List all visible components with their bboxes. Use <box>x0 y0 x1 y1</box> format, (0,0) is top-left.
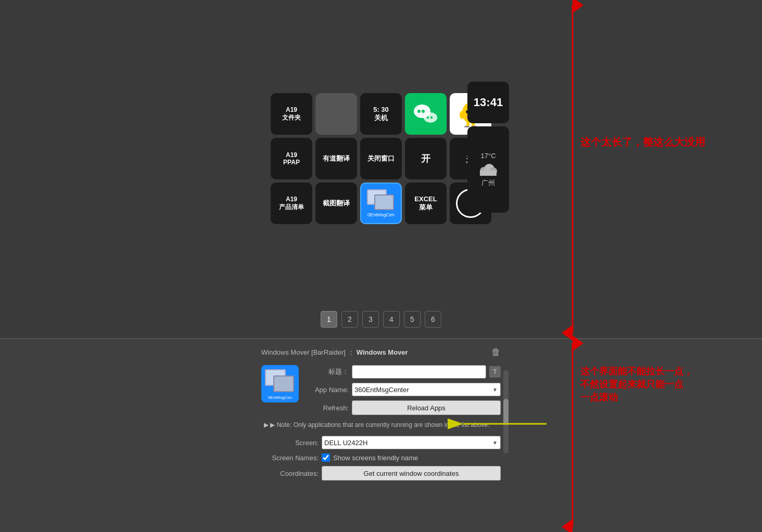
screen-names-label: Screen Names: <box>261 454 319 462</box>
svg-point-4 <box>427 116 429 119</box>
app-name-field-row: App Name: 360EntMsgCenter ▼ <box>307 383 501 396</box>
note-text: ▶ ▶ Note: Only applications that are cur… <box>264 420 501 430</box>
title-t-badge: T <box>489 366 501 378</box>
delete-icon[interactable]: 🗑 <box>491 347 501 358</box>
key-label: 关闭窗口 <box>367 154 395 163</box>
coordinates-label: Coordinates: <box>261 470 319 477</box>
key-label: 开 <box>421 152 430 165</box>
wechat-icon <box>412 100 440 128</box>
key-label: A19PPAP <box>283 151 300 166</box>
clock-key[interactable]: 13:41 <box>467 82 509 123</box>
svg-point-11 <box>460 111 465 119</box>
deck-key-open[interactable]: 开 <box>405 138 447 179</box>
key-label: 5: 30关机 <box>373 106 389 123</box>
title-field-row: 标题： T <box>307 365 501 379</box>
deck-key-excel-menu[interactable]: EXCEL菜单 <box>405 183 447 224</box>
deck-key-empty[interactable] <box>315 93 357 135</box>
deck-key-close-window[interactable]: 关闭窗口 <box>360 138 402 179</box>
screen-label: Screen: <box>261 439 319 447</box>
pagination: 1 2 3 4 5 6 <box>321 311 441 328</box>
deck-key-shutdown[interactable]: 5: 30关机 <box>360 93 402 135</box>
coordinates-field-row: Coordinates: Get current window coordina… <box>261 466 501 481</box>
screen-select[interactable]: DELL U2422H <box>322 436 501 449</box>
deck-key-screenshot-translate[interactable]: 截图翻译 <box>315 183 357 224</box>
app-name-select-wrapper: 360EntMsgCenter ▼ <box>352 383 501 396</box>
note-content: ▶ Note: Only applications that are curre… <box>270 421 489 429</box>
deck-key-wechat[interactable] <box>405 93 447 135</box>
weather-key[interactable]: 17°C 广州 <box>467 126 509 213</box>
plugin-name: Windows Mover [BarRaider] <box>261 348 346 356</box>
screen-names-checkbox[interactable] <box>322 453 330 462</box>
key-label: EXCEL菜单 <box>414 195 437 212</box>
bottom-section: Windows Mover [BarRaider] ： Windows Move… <box>0 339 762 532</box>
preview-window-back <box>265 368 295 394</box>
svg-point-5 <box>430 116 433 119</box>
screen-names-field-row: Screen Names: Show screens friendly name <box>261 453 501 462</box>
title-input[interactable] <box>352 365 486 379</box>
get-coordinates-button[interactable]: Get current window coordinates <box>322 466 501 481</box>
deck-key-windows-mover[interactable]: 0EntMsgCen <box>360 183 402 224</box>
weather-temp: 17°C <box>480 152 496 160</box>
key-label: 有道翻译 <box>323 154 350 163</box>
page-btn-2[interactable]: 2 <box>341 311 358 328</box>
windows-mover-icon <box>367 189 395 211</box>
svg-point-1 <box>417 110 421 113</box>
svg-rect-20 <box>480 171 497 176</box>
settings-content: 0EntMsgCen 标题： T App Name: <box>261 365 501 415</box>
deck-key-a19-folder[interactable]: A19 文件夹 <box>271 93 312 135</box>
deck-key-a19-ppap[interactable]: A19PPAP <box>271 138 312 179</box>
scroll-track[interactable] <box>503 370 509 453</box>
title-label: 标题： <box>307 367 349 377</box>
settings-header-left: Windows Mover [BarRaider] ： Windows Move… <box>261 348 408 357</box>
screen-field-row: Screen: DELL U2422H ▼ <box>261 436 501 449</box>
note-arrow: ▶ <box>264 421 270 429</box>
key-label: A19 文件夹 <box>282 106 301 122</box>
weather-city: 广州 <box>481 178 495 188</box>
deck-key-youdao[interactable]: 有道翻译 <box>315 138 357 179</box>
weather-cloud-icon <box>478 162 499 176</box>
app-container: A19 文件夹 5: 30关机 <box>0 0 762 532</box>
settings-panel: Windows Mover [BarRaider] ： Windows Move… <box>261 347 501 524</box>
app-name-select[interactable]: 360EntMsgCenter <box>352 383 501 396</box>
screen-names-value: Show screens friendly name <box>333 454 418 462</box>
page-btn-3[interactable]: 3 <box>362 311 379 328</box>
clock-time: 13:41 <box>474 96 503 109</box>
reload-apps-button[interactable]: Reload Apps <box>352 400 501 415</box>
scroll-thumb[interactable] <box>503 399 509 425</box>
screen-select-wrapper: DELL U2422H ▼ <box>322 436 501 449</box>
svg-point-2 <box>422 110 425 113</box>
stream-deck-grid: A19 文件夹 5: 30关机 <box>271 93 491 224</box>
app-icon-preview: 0EntMsgCen <box>261 365 299 403</box>
refresh-field-row: Refresh: Reload Apps <box>307 400 501 415</box>
settings-fields: 标题： T App Name: 360EntMsgCenter ▼ <box>307 365 501 415</box>
refresh-label: Refresh: <box>307 404 349 412</box>
app-icon-label: 0EntMsgCen <box>268 395 292 400</box>
action-name: Windows Mover <box>357 348 408 356</box>
settings-header: Windows Mover [BarRaider] ： Windows Move… <box>261 347 501 358</box>
key-label: 截图翻译 <box>323 199 350 208</box>
top-section: A19 文件夹 5: 30关机 <box>0 0 762 338</box>
page-btn-1[interactable]: 1 <box>321 311 337 328</box>
deck-key-a19-product[interactable]: A19产品清单 <box>271 183 312 224</box>
key-label: A19产品清单 <box>279 196 304 212</box>
key-sublabel: 0EntMsgCen <box>367 212 395 217</box>
separator: ： <box>348 348 354 357</box>
clock-weather-widget: 13:41 17°C 广州 <box>467 82 509 213</box>
page-btn-6[interactable]: 6 <box>425 311 441 328</box>
page-btn-4[interactable]: 4 <box>383 311 400 328</box>
app-name-label: App Name: <box>307 386 349 394</box>
page-btn-5[interactable]: 5 <box>404 311 421 328</box>
